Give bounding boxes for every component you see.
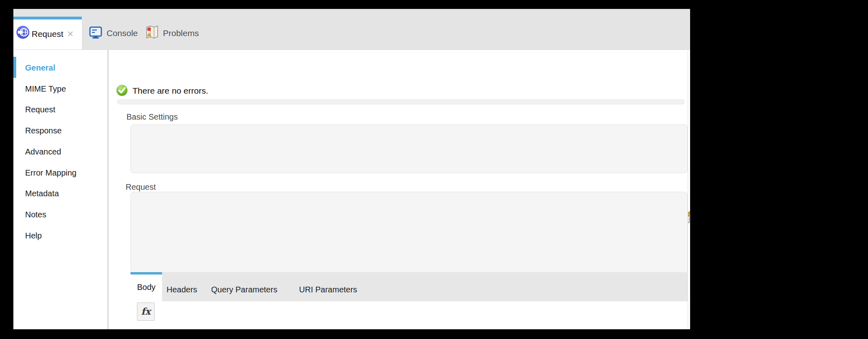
request-tab-headers[interactable]: Headers [167,285,197,294]
sidebar-item-response[interactable]: Response [25,125,62,136]
sidebar-item-notes[interactable]: Notes [25,209,46,220]
window-right-border [688,50,688,329]
editor-tab-bar: Request × Console [13,9,690,50]
basic-settings-panel: Configuration: HTTP_Request_configuratio… [130,124,688,173]
sidebar-item-advanced[interactable]: Advanced [25,146,61,157]
basic-settings-heading: Basic Settings [126,112,178,122]
console-icon [89,26,102,41]
close-tab-icon[interactable]: × [67,28,73,40]
body-tab-content: fx 1 #[output application/x-www-form-url… [130,301,688,329]
request-tab-body[interactable]: Body [130,272,162,301]
problems-icon [146,26,158,41]
sidebar-item-request[interactable]: Request [25,104,56,115]
collapsed-panel-strip [117,99,685,105]
sidebar-item-metadata[interactable]: Metadata [25,188,59,199]
request-tab-folder: BodyHeadersQuery ParametersURI Parameter… [130,272,688,301]
tab-label: Body [130,283,162,292]
tab-problems-label: Problems [163,28,199,38]
tab-problems[interactable]: Problems [146,17,199,49]
properties-sidebar: GeneralMIME TypeRequestResponseAdvancedE… [13,50,107,329]
sidebar-item-error-mapping[interactable]: Error Mapping [25,167,77,178]
sidebar-item-help[interactable]: Help [25,230,42,241]
request-section-heading: Request [126,182,156,192]
tab-request-label: Request [32,29,63,39]
request-tab-query-parameters[interactable]: Query Parameters [211,285,277,294]
request-tab-uri-parameters[interactable]: URI Parameters [299,285,357,294]
general-tab-content: There are no errors. Basic Settings Conf… [109,50,688,329]
http-request-globe-icon [16,26,30,41]
no-errors-check-icon [117,85,127,96]
tab-console[interactable]: Console [89,17,138,49]
properties-window: Request × Console [13,9,690,329]
status-message: There are no errors. [133,86,208,96]
sidebar-item-general[interactable]: General [25,62,55,73]
tab-request[interactable]: Request × [13,17,82,49]
body-fx-button[interactable]: fx [137,303,155,321]
sidebar-item-mime-type[interactable]: MIME Type [25,84,66,94]
sidebar-active-indicator [13,57,16,78]
tab-console-label: Console [107,28,138,38]
